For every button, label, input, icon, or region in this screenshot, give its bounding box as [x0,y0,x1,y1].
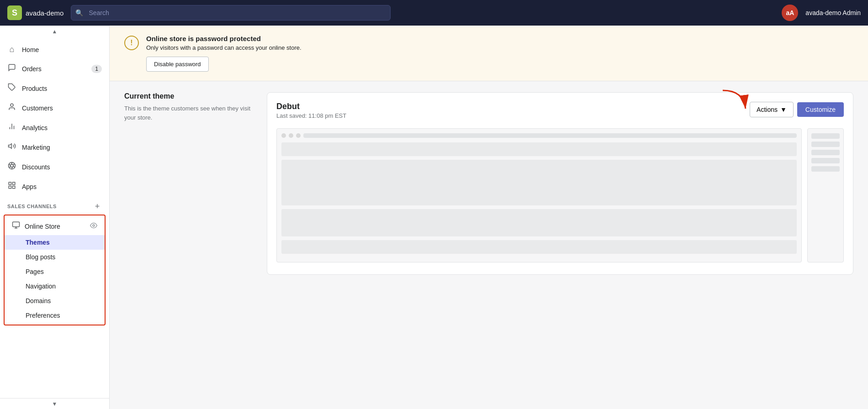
preview-sidebar-block-4 [811,158,840,163]
sidebar-item-customers[interactable]: Customers [0,98,109,118]
sidebar-scroll-area: ⌂ Home Orders 1 Products Custom [0,37,109,398]
red-arrow-indicator [716,88,752,115]
svg-rect-17 [13,222,20,227]
home-icon: ⌂ [7,45,16,54]
sidebar-label-orders: Orders [22,65,42,73]
preview-sidebar-block-5 [811,166,840,172]
sidebar-label-apps: Apps [22,183,37,190]
add-sales-channel-button[interactable]: + [93,202,102,211]
blog-posts-label: Blog posts [26,253,55,261]
sidebar-label-products: Products [22,85,47,92]
svg-marker-5 [9,144,12,149]
svg-rect-15 [9,186,11,189]
sidebar-item-marketing[interactable]: Marketing [0,137,109,157]
banner-title: Online store is password protected [146,35,302,42]
sidebar-subitem-navigation[interactable]: Navigation [5,279,105,294]
banner-description: Only visitors with a password can access… [146,44,302,51]
visibility-icon[interactable] [90,222,97,231]
search-icon: 🔍 [75,9,83,16]
store-logo[interactable]: S avada-demo [7,5,64,20]
search-input[interactable] [71,5,391,21]
preview-main-area [276,128,802,262]
warning-icon: ! [124,36,139,50]
sidebar-scroll-up[interactable]: ▲ [0,26,109,37]
preview-sidebar-block-1 [811,133,840,139]
pages-label: Pages [26,268,44,275]
theme-section: Current theme This is the theme customer… [110,81,868,286]
orders-badge: 1 [91,65,102,73]
sidebar-subitem-themes[interactable]: Themes [5,235,105,250]
theme-card-header: Debut Last saved: 11:08 pm EST [276,102,844,119]
sidebar-item-products[interactable]: Products [0,79,109,98]
preview-block-4 [281,240,797,254]
current-theme-heading: Current theme [124,92,252,100]
avatar[interactable]: aA [782,5,798,21]
sidebar: ▲ ⌂ Home Orders 1 Products [0,26,110,409]
preview-block-3 [281,209,797,236]
svg-point-1 [11,104,13,106]
sidebar-label-home: Home [22,46,39,53]
sales-channels-header: SALES CHANNELS + [0,196,109,213]
preferences-label: Preferences [26,312,60,319]
orders-icon [7,63,16,74]
theme-name: Debut [276,102,346,111]
preview-dot-2 [289,133,293,138]
theme-actions: Actions ▼ Customize [750,102,844,117]
sidebar-item-discounts[interactable]: Discounts [0,157,109,177]
sidebar-item-apps[interactable]: Apps [0,177,109,196]
svg-rect-14 [13,182,15,184]
preview-sidebar-block-3 [811,150,840,155]
main-content: ! Online store is password protected Onl… [110,26,868,409]
svg-rect-13 [9,182,11,184]
theme-details: Debut Last saved: 11:08 pm EST [276,102,346,119]
theme-card: Debut Last saved: 11:08 pm EST [267,92,853,275]
sidebar-subitem-domains[interactable]: Domains [5,294,105,308]
preview-sidebar [807,128,844,262]
current-theme-desc: This is the theme customers see when the… [124,104,252,122]
preview-block-1 [281,142,797,156]
search-container: 🔍 [71,5,391,21]
theme-saved-time: Last saved: 11:08 pm EST [276,112,346,119]
marketing-icon [7,142,16,152]
preview-dot-3 [296,133,301,138]
analytics-icon [7,122,16,133]
theme-preview [276,128,844,262]
preview-block-2 [281,160,797,205]
disable-password-button[interactable]: Disable password [146,57,209,72]
sidebar-item-home[interactable]: ⌂ Home [0,40,109,59]
actions-label: Actions [757,106,778,113]
discounts-icon [7,162,16,172]
themes-label: Themes [26,239,50,246]
navigation-label: Navigation [26,283,56,290]
sidebar-label-analytics: Analytics [22,124,48,131]
online-store-icon [12,221,20,231]
sidebar-subitem-pages[interactable]: Pages [5,264,105,279]
username-label: avada-demo Admin [805,9,861,16]
preview-dot-1 [281,133,286,138]
top-navigation: S avada-demo 🔍 aA avada-demo Admin [0,0,868,26]
sidebar-label-discounts: Discounts [22,163,50,171]
domains-label: Domains [26,297,51,304]
sidebar-subitem-blog-posts[interactable]: Blog posts [5,250,105,264]
sidebar-item-orders[interactable]: Orders 1 [0,59,109,79]
sidebar-item-online-store[interactable]: Online Store [5,217,105,235]
actions-button[interactable]: Actions ▼ [750,102,794,117]
sidebar-label-customers: Customers [22,105,53,112]
customers-icon [7,103,16,113]
svg-point-20 [93,225,95,226]
password-banner: ! Online store is password protected Onl… [110,26,868,81]
sales-channels-box: Online Store Themes Blog posts Pages Nav… [4,215,106,325]
banner-content: Online store is password protected Only … [146,35,302,72]
sidebar-scroll-down[interactable]: ▼ [0,398,109,409]
sidebar-item-analytics[interactable]: Analytics [0,118,109,137]
main-layout: ▲ ⌂ Home Orders 1 Products [0,26,868,409]
preview-sidebar-block-2 [811,142,840,147]
sidebar-label-marketing: Marketing [22,144,50,151]
products-icon [7,83,16,94]
customize-button[interactable]: Customize [797,102,844,117]
preview-browser-bar [281,133,797,138]
sidebar-subitem-preferences[interactable]: Preferences [5,308,105,323]
shopify-icon: S [7,5,22,20]
preview-address-bar [303,133,797,138]
online-store-label: Online Store [25,223,60,230]
